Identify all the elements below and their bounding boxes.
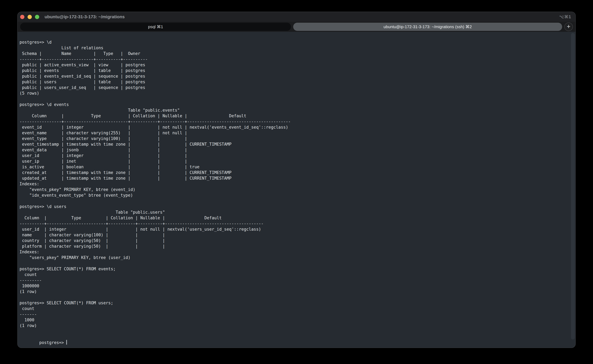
terminal-line: Schema | Name | Type | Owner [20,51,568,56]
terminal-line: 1000000 [20,283,568,289]
terminal-line: event_name | character varying(255) | | … [20,130,568,136]
tab-ssh[interactable]: ubuntu@ip-172-31-3-173: ~/migrations (ss… [293,23,562,31]
terminal-line: ------- [20,312,568,317]
terminal-line: public | events | table | postgres [20,68,568,73]
terminal-line: count [20,272,568,277]
terminal-line: --------- [20,277,568,283]
terminal-line: Table "public.events" [20,107,568,113]
terminal-line [20,96,568,102]
terminal-line: event_data | jsonb | | | [20,147,568,153]
terminal-line: --------+---------------------+---------… [20,56,568,62]
window-titlebar[interactable]: ubuntu@ip-172-31-3-173: ~/migrations ⌥⌘1 [18,12,575,22]
terminal-line: postgres=> SELECT COUNT(*) FROM users; [20,300,568,306]
terminal-line: 1000 [20,317,568,323]
plus-icon: + [567,23,570,30]
new-tab-button[interactable]: + [564,23,573,31]
terminal-line: List of relations [20,45,568,51]
terminal-line: "users_pkey" PRIMARY KEY, btree (user_id… [20,255,568,260]
terminal-line [20,328,568,334]
terminal-line: Indexes: [20,181,568,187]
tab-psql[interactable]: psql ⌘1 [20,23,291,31]
tab-ssh-label: ubuntu@ip-172-31-3-173: ~/migrations (ss… [384,24,472,29]
terminal-line: name | character varying(100) | | | [20,232,568,238]
terminal-line [20,260,568,266]
scrollbar-thumb[interactable] [571,33,575,339]
prompt-line: postgres=> [20,334,568,340]
terminal-line: event_id | integer | | not null | nextva… [20,124,568,130]
terminal-line: is_active | boolean | | | true [20,164,568,170]
terminal-line: public | active_events_view | view | pos… [20,62,568,68]
terminal-line [20,294,568,300]
terminal-line: "idx_events_event_type" btree (event_typ… [20,192,568,198]
prompt-text: postgres=> [39,340,66,345]
terminal-line: Column | Type | Collation | Nullable | D… [20,215,568,221]
terminal-line: Indexes: [20,249,568,255]
terminal-line: (1 row) [20,323,568,328]
text-cursor [66,340,67,345]
tab-bar: psql ⌘1 ubuntu@ip-172-31-3-173: ~/migrat… [18,22,575,32]
terminal-output: postgres=> \d List of relations Schema |… [20,39,568,334]
terminal-line: country | character varying(50) | | | [20,238,568,243]
tab-psql-label: psql ⌘1 [148,24,163,29]
terminal-line: (5 rows) [20,90,568,96]
zoom-button[interactable] [35,15,39,19]
terminal-line: ----------+------------------------+----… [20,221,568,226]
terminal-window: ubuntu@ip-172-31-3-173: ~/migrations ⌥⌘1… [17,12,576,348]
terminal-line: count [20,306,568,312]
terminal-line: user_ip | inet | | | [20,158,568,164]
terminal-line: postgres=> \d events [20,102,568,107]
terminal-line: user_id | integer | | | [20,153,568,158]
terminal-line: event_type | character varying(100) | | … [20,136,568,141]
terminal-line: public | events_event_id_seq | sequence … [20,73,568,79]
terminal-line: -----------------+----------------------… [20,119,568,124]
terminal-line: postgres=> SELECT COUNT(*) FROM events; [20,266,568,272]
terminal-line: public | users_user_id_seq | sequence | … [20,85,568,90]
terminal-content[interactable]: postgres=> \d List of relations Schema |… [18,32,575,348]
terminal-line: user_id | integer | | not null | nextval… [20,226,568,232]
terminal-line: "events_pkey" PRIMARY KEY, btree (event_… [20,187,568,192]
terminal-line: (1 row) [20,289,568,294]
terminal-line: updated_at | timestamp with time zone | … [20,176,568,181]
terminal-line: created_at | timestamp with time zone | … [20,170,568,176]
window-title: ubuntu@ip-172-31-3-173: ~/migrations [45,14,125,19]
terminal-line: Column | Type | Collation | Nullable | D… [20,113,568,119]
hotkey-indicator: ⌥⌘1 [559,14,571,19]
close-button[interactable] [20,15,24,19]
terminal-line: Table "public.users" [20,209,568,215]
terminal-line: postgres=> \d users [20,204,568,209]
minimize-button[interactable] [27,15,32,19]
terminal-line: public | users | table | postgres [20,79,568,85]
desktop-background: ubuntu@ip-172-31-3-173: ~/migrations ⌥⌘1… [0,0,593,364]
terminal-line: platform | character varying(50) | | | [20,243,568,249]
terminal-line: event_timestamp | timestamp with time zo… [20,141,568,147]
terminal-line: postgres=> \d [20,39,568,45]
terminal-line [20,198,568,204]
